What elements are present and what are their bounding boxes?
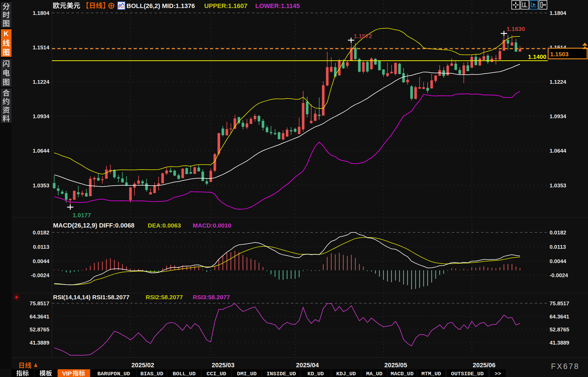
svg-text:0.0182: 0.0182	[550, 230, 566, 236]
svg-text:RSI(14,14,14) RSI1:58.2077: RSI(14,14,14) RSI1:58.2077	[53, 294, 129, 300]
svg-text:41.3889: 41.3889	[550, 340, 569, 346]
svg-text:BARUPDN_UD: BARUPDN_UD	[97, 371, 130, 377]
svg-text:1.1630: 1.1630	[507, 26, 525, 32]
svg-text:OUTSIDE_UD: OUTSIDE_UD	[451, 371, 484, 377]
svg-text:64.3641: 64.3641	[550, 314, 569, 320]
svg-text:BOLL_UD: BOLL_UD	[173, 371, 196, 377]
svg-text:RSI3:58.2077: RSI3:58.2077	[193, 294, 230, 300]
svg-text:VIP: VIP	[62, 370, 72, 377]
svg-text:0.0044: 0.0044	[550, 258, 566, 264]
svg-text:1.0934: 1.0934	[33, 113, 50, 119]
svg-text:INSIDE_UD: INSIDE_UD	[266, 371, 296, 377]
svg-text:MACD:0.0010: MACD:0.0010	[193, 222, 231, 229]
svg-text:41.3889: 41.3889	[30, 340, 49, 346]
svg-text:52.8765: 52.8765	[30, 327, 49, 333]
svg-text:2025/06: 2025/06	[473, 362, 496, 369]
svg-text:-0.0024: -0.0024	[550, 272, 568, 278]
svg-text:1.1400: 1.1400	[528, 53, 546, 60]
svg-text:1.0353: 1.0353	[550, 182, 566, 188]
svg-text:0.0113: 0.0113	[550, 244, 566, 250]
svg-text:>>: >>	[495, 371, 501, 377]
svg-text:0.0182: 0.0182	[33, 230, 49, 236]
svg-text:MTM_UD: MTM_UD	[421, 371, 441, 377]
svg-text:FX678: FX678	[551, 362, 580, 371]
svg-text:64.3641: 64.3641	[30, 314, 49, 320]
svg-text:2025/04: 2025/04	[296, 362, 319, 369]
svg-text:2025/03: 2025/03	[212, 362, 235, 369]
svg-text:LOWER:1.1145: LOWER:1.1145	[255, 2, 300, 9]
svg-text:1.0934: 1.0934	[550, 113, 566, 119]
svg-text:1.1572: 1.1572	[354, 33, 372, 39]
svg-text:BOLL(26,2) MID:1.1376: BOLL(26,2) MID:1.1376	[126, 2, 195, 9]
svg-text:BIAS_UD: BIAS_UD	[141, 371, 163, 377]
svg-text:1.1804: 1.1804	[550, 10, 566, 16]
svg-text:DMI_UD: DMI_UD	[237, 371, 256, 377]
svg-text:2025/02: 2025/02	[131, 362, 154, 369]
svg-text:52.8765: 52.8765	[550, 327, 569, 333]
svg-text:2025/05: 2025/05	[384, 362, 407, 369]
svg-text:RSI2:58.2077: RSI2:58.2077	[146, 294, 183, 300]
svg-text:MA_UD: MA_UD	[366, 371, 382, 377]
svg-text:UPPER:1.1607: UPPER:1.1607	[204, 2, 247, 9]
svg-text:75.8517: 75.8517	[30, 300, 49, 306]
svg-text:0.0044: 0.0044	[33, 258, 50, 264]
svg-text:1.0353: 1.0353	[33, 182, 49, 188]
svg-text:KD_UD: KD_UD	[307, 371, 324, 377]
svg-text:MACD_UD: MACD_UD	[391, 371, 414, 377]
svg-text:1.1804: 1.1804	[33, 10, 50, 16]
svg-text:1.0644: 1.0644	[550, 148, 566, 154]
svg-text:DEA:0.0063: DEA:0.0063	[148, 222, 181, 229]
svg-text:CCI_UD: CCI_UD	[207, 371, 226, 377]
svg-text:1.1224: 1.1224	[33, 79, 50, 85]
svg-text:1.1514: 1.1514	[33, 44, 50, 50]
svg-text:1.0177: 1.0177	[73, 212, 91, 218]
svg-text:KDJ_UD: KDJ_UD	[336, 371, 356, 377]
svg-text:K: K	[4, 30, 9, 38]
svg-text:MACD(26,12,9) DIFF:0.0068: MACD(26,12,9) DIFF:0.0068	[53, 222, 135, 229]
svg-text:1.0644: 1.0644	[33, 148, 50, 154]
svg-text:0.0113: 0.0113	[33, 244, 49, 250]
svg-text:1.1224: 1.1224	[550, 79, 566, 85]
svg-text:75.8517: 75.8517	[550, 300, 569, 306]
svg-text:1.1503: 1.1503	[550, 51, 568, 57]
svg-text:-0.0024: -0.0024	[31, 272, 50, 278]
